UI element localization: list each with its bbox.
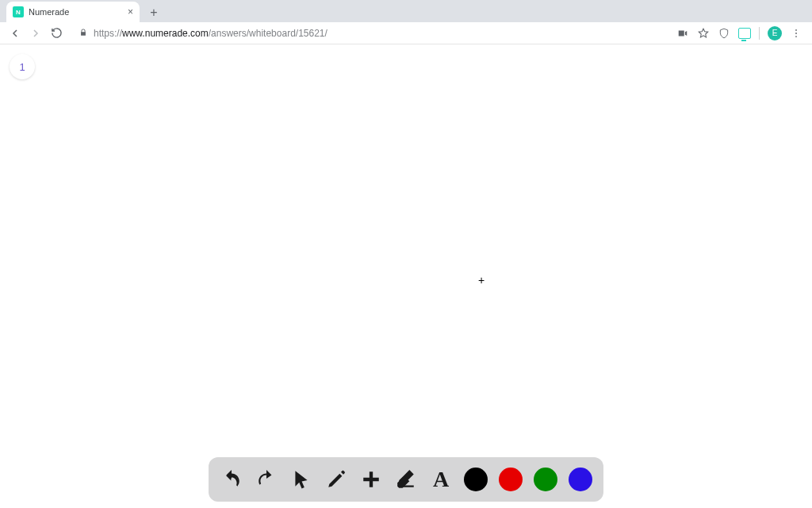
add-tool[interactable] xyxy=(359,468,383,491)
reload-button[interactable] xyxy=(48,25,65,42)
menu-icon[interactable] xyxy=(790,27,802,40)
star-icon[interactable] xyxy=(697,27,710,40)
pointer-tool[interactable] xyxy=(289,468,313,491)
favicon: N xyxy=(13,6,24,17)
profile-avatar[interactable]: E xyxy=(768,26,782,40)
whiteboard-toolbar: A xyxy=(209,457,603,502)
svg-point-2 xyxy=(795,36,797,37)
svg-point-0 xyxy=(795,29,797,30)
color-red[interactable] xyxy=(499,468,523,491)
back-button[interactable] xyxy=(6,25,24,42)
toolbar-right-icons: E xyxy=(676,26,806,40)
new-tab-button[interactable]: + xyxy=(144,3,163,22)
undo-button[interactable] xyxy=(220,468,243,491)
svg-point-1 xyxy=(795,33,797,34)
camera-icon[interactable] xyxy=(676,27,689,40)
url-text: https://www.numerade.com/answers/whitebo… xyxy=(94,28,327,39)
browser-chrome: N Numerade × + https://www.numerade.com/… xyxy=(0,0,812,44)
address-row: https://www.numerade.com/answers/whitebo… xyxy=(0,22,812,44)
lock-icon xyxy=(79,29,87,38)
screen-icon[interactable] xyxy=(738,27,751,40)
crosshair-cursor: + xyxy=(478,274,485,287)
color-green[interactable] xyxy=(534,468,557,491)
slide-number-badge[interactable]: 1 xyxy=(10,54,35,79)
redo-button[interactable] xyxy=(255,468,278,491)
color-black[interactable] xyxy=(464,468,488,491)
shield-icon[interactable] xyxy=(718,27,730,40)
color-blue[interactable] xyxy=(569,468,592,491)
address-bar[interactable]: https://www.numerade.com/answers/whitebo… xyxy=(71,25,670,42)
text-tool[interactable]: A xyxy=(429,468,453,491)
whiteboard-canvas[interactable]: 1 + A xyxy=(0,44,812,508)
tab-close-icon[interactable]: × xyxy=(128,6,133,17)
divider xyxy=(759,27,760,40)
tab-title: Numerade xyxy=(29,7,123,17)
forward-button[interactable] xyxy=(27,25,44,42)
eraser-tool[interactable] xyxy=(394,468,418,491)
browser-tab-active[interactable]: N Numerade × xyxy=(6,2,140,22)
tab-strip: N Numerade × + xyxy=(0,0,812,22)
pencil-tool[interactable] xyxy=(324,468,348,491)
